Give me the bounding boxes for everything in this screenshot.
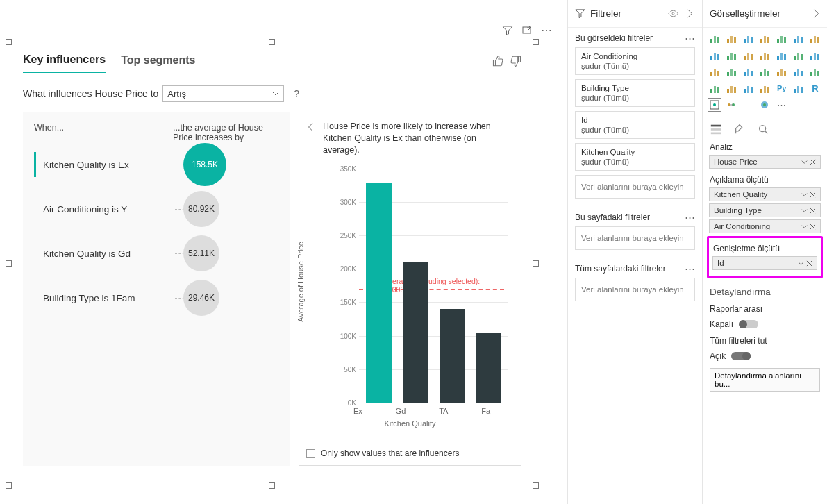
close-icon[interactable] <box>810 224 816 230</box>
resize-handle[interactable] <box>269 39 275 45</box>
fields-tab-icon[interactable] <box>710 123 722 135</box>
viz-type-icon[interactable] <box>708 82 721 94</box>
filter-dropwell[interactable]: Veri alanlarını buraya ekleyin <box>575 278 695 301</box>
field-chip[interactable]: Id <box>712 256 817 270</box>
resize-handle[interactable] <box>6 39 12 45</box>
viz-type-icon[interactable] <box>708 99 721 111</box>
viz-type-icon[interactable] <box>742 49 754 61</box>
only-influencers-checkbox[interactable] <box>306 449 315 458</box>
filter-card[interactable]: Idşudur (Tümü) <box>575 111 695 139</box>
viz-type-icon[interactable] <box>776 65 788 78</box>
influencer-row[interactable]: Building Type is 1Fam29.46K <box>34 276 290 320</box>
viz-type-icon[interactable] <box>758 49 771 61</box>
svg-rect-14 <box>777 39 779 43</box>
resize-handle[interactable] <box>6 260 12 267</box>
chevron-down-icon[interactable] <box>801 224 808 230</box>
back-arrow-icon[interactable] <box>306 122 316 132</box>
svg-rect-65 <box>710 89 712 93</box>
svg-rect-13 <box>767 37 769 43</box>
chevron-down-icon[interactable] <box>798 260 804 267</box>
analytics-tab-icon[interactable] <box>757 123 769 135</box>
filters-pane: Filtreler Bu görseldeki filtreler⋯ Air C… <box>567 0 703 504</box>
chart-bar[interactable] <box>403 262 428 403</box>
viz-type-icon[interactable] <box>809 65 821 78</box>
viz-type-icon[interactable] <box>725 65 737 78</box>
viz-type-icon[interactable] <box>758 65 771 78</box>
chart-bar[interactable] <box>440 309 465 403</box>
viz-type-icon[interactable] <box>725 32 737 44</box>
viz-type-icon[interactable] <box>742 99 754 111</box>
viz-type-icon[interactable] <box>708 65 721 78</box>
field-chip[interactable]: Building Type <box>709 203 821 217</box>
format-tab-icon[interactable] <box>733 123 746 135</box>
resize-handle[interactable] <box>6 482 12 489</box>
viz-type-icon[interactable] <box>708 32 721 44</box>
thumbs-down-icon[interactable] <box>509 55 521 67</box>
viz-type-icon[interactable] <box>792 82 805 94</box>
direction-dropdown[interactable]: Artış <box>162 85 284 102</box>
chevron-down-icon[interactable] <box>801 192 808 198</box>
more-icon[interactable]: ⋯ <box>685 266 695 271</box>
help-icon[interactable]: ? <box>294 88 299 99</box>
viz-type-icon[interactable] <box>742 82 754 94</box>
filter-card[interactable]: Building Typeşudur (Tümü) <box>575 79 695 107</box>
chevron-right-icon[interactable] <box>811 8 821 19</box>
viz-type-icon[interactable] <box>792 65 805 78</box>
viz-type-icon[interactable] <box>725 49 737 61</box>
viz-type-icon[interactable] <box>758 99 771 111</box>
resize-handle[interactable] <box>533 39 539 45</box>
viz-type-icon[interactable] <box>792 49 805 61</box>
filter-icon[interactable] <box>502 25 513 36</box>
drillthrough-fields-button[interactable]: Detaylandırma alanlarını bu... <box>710 368 820 392</box>
tab-top-segments[interactable]: Top segments <box>121 50 195 72</box>
chevron-down-icon[interactable] <box>801 208 808 214</box>
more-icon[interactable]: ⋯ <box>685 35 695 41</box>
viz-type-icon[interactable] <box>742 32 754 44</box>
viz-type-icon[interactable] <box>725 82 737 94</box>
viz-type-icon[interactable] <box>708 49 721 61</box>
resize-handle[interactable] <box>533 260 539 267</box>
tab-key-influencers[interactable]: Key influencers <box>23 49 106 73</box>
chevron-right-icon[interactable] <box>685 8 695 19</box>
viz-type-icon[interactable] <box>809 49 821 61</box>
resize-handle[interactable] <box>269 482 275 489</box>
resize-handle[interactable] <box>533 482 539 489</box>
viz-type-icon[interactable] <box>758 32 771 44</box>
close-icon[interactable] <box>810 192 816 198</box>
influencer-row[interactable]: Air Conditioning is Y80.92K <box>34 187 290 231</box>
viz-type-icon[interactable] <box>809 32 821 44</box>
viz-type-icon[interactable]: ⋯ <box>776 99 788 111</box>
more-icon[interactable]: ⋯ <box>685 215 695 220</box>
field-chip[interactable]: House Price <box>709 155 821 169</box>
close-icon[interactable] <box>810 208 816 214</box>
viz-type-icon[interactable]: R <box>809 82 821 94</box>
close-icon[interactable] <box>810 159 816 165</box>
chart-bar[interactable] <box>366 183 392 403</box>
influencer-row[interactable]: Kitchen Quality is Ex158.5K <box>34 142 290 187</box>
field-chip[interactable]: Air Conditioning <box>709 219 821 233</box>
chevron-down-icon[interactable] <box>801 159 808 165</box>
viz-type-icon[interactable]: Py <box>776 82 788 94</box>
keep-filters-toggle[interactable] <box>731 352 751 360</box>
filter-dropwell[interactable]: Veri alanlarını buraya ekleyin <box>575 175 695 199</box>
viz-type-icon[interactable] <box>776 32 788 44</box>
chart-bar[interactable] <box>476 333 501 403</box>
viz-type-icon[interactable] <box>725 99 737 111</box>
only-influencers-label: Only show values that are influencers <box>321 448 459 458</box>
viz-type-icon[interactable] <box>742 65 754 78</box>
thumbs-up-icon[interactable] <box>492 55 505 67</box>
export-icon[interactable] <box>521 25 533 36</box>
filter-dropwell[interactable]: Veri alanlarını buraya ekleyin <box>575 226 695 250</box>
filter-card[interactable]: Kitchen Qualityşudur (Tümü) <box>575 143 695 171</box>
close-icon[interactable] <box>806 260 812 267</box>
viz-type-icon[interactable] <box>758 82 771 94</box>
more-icon[interactable]: ⋯ <box>541 24 552 37</box>
viz-type-icon[interactable] <box>792 32 805 44</box>
influencer-row[interactable]: Kitchen Quality is Gd52.11K <box>34 231 290 276</box>
question-label: What influences House Price to <box>23 88 158 99</box>
filter-card[interactable]: Air Conditioningşudur (Tümü) <box>575 47 695 75</box>
eye-icon[interactable] <box>668 8 678 19</box>
cross-report-toggle[interactable] <box>739 320 758 328</box>
viz-type-icon[interactable] <box>776 49 788 61</box>
field-chip[interactable]: Kitchen Quality <box>709 187 821 201</box>
